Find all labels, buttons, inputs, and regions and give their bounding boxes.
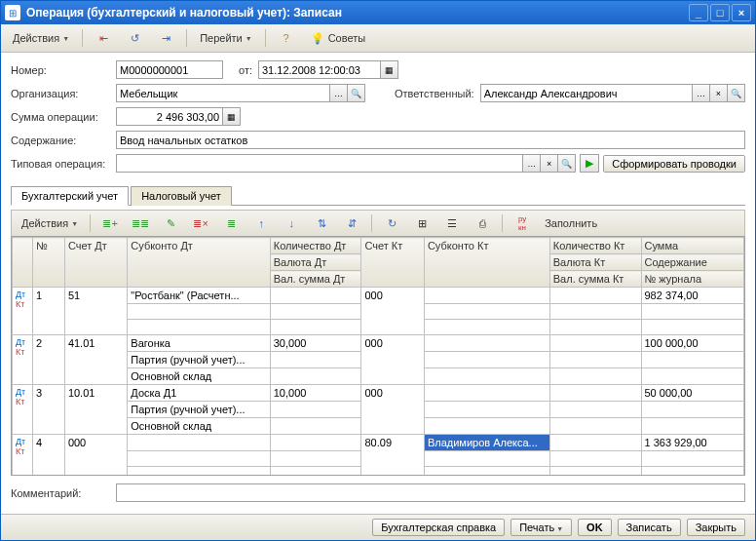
- sort-desc-icon[interactable]: ⇵: [338, 213, 365, 234]
- col-cur-kt[interactable]: Валюта Кт: [549, 254, 641, 271]
- resp-clear-icon[interactable]: ×: [710, 84, 728, 102]
- grid-filter-icon[interactable]: ☰: [438, 213, 466, 234]
- typeop-label: Типовая операция:: [11, 158, 116, 170]
- ref-button[interactable]: Бухгалтерская справка: [372, 519, 505, 536]
- col-acc-kt[interactable]: Счет Кт: [361, 238, 424, 288]
- table-row[interactable]: ДтКт 4 000 80.09 Владимиров Алекса... 1 …: [13, 435, 744, 451]
- play-icon[interactable]: ▶: [580, 154, 599, 173]
- table-row[interactable]: ДтКт 3 10.01 Доска Д1 10,000 000 50 000,…: [13, 385, 744, 402]
- titlebar: ⊞ Операция (бухгалтерский и налоговый уч…: [1, 1, 755, 24]
- org-label: Организация:: [11, 88, 116, 99]
- button-bar: Бухгалтерская справка Печать OK Записать…: [1, 514, 755, 540]
- ok-button[interactable]: OK: [578, 519, 612, 536]
- number-input[interactable]: [116, 60, 223, 79]
- resp-input[interactable]: [480, 84, 693, 102]
- grid-export-icon[interactable]: ⎙: [469, 213, 496, 234]
- delete-row-icon[interactable]: ≣×: [187, 213, 214, 234]
- nav-fwd-icon[interactable]: ⇥: [152, 27, 179, 49]
- move-up-icon[interactable]: ↑: [247, 213, 275, 234]
- col-n[interactable]: №: [33, 238, 65, 288]
- org-open-icon[interactable]: 🔍: [348, 84, 365, 102]
- refresh-icon[interactable]: ↺: [121, 27, 148, 49]
- col-acc-dt[interactable]: Счет Дт: [64, 238, 127, 288]
- col-vsum-dt[interactable]: Вал. сумма Дт: [270, 271, 361, 288]
- save-button[interactable]: Записать: [618, 519, 681, 536]
- org-input[interactable]: [116, 84, 330, 102]
- resp-open-icon[interactable]: 🔍: [728, 84, 745, 102]
- typeop-open-icon[interactable]: 🔍: [558, 154, 576, 173]
- grid-actions-menu[interactable]: Действия: [16, 214, 84, 232]
- form-entries-button[interactable]: Сформировать проводки: [603, 155, 745, 173]
- table-row[interactable]: ДтКт 2 41.01 Вагонка 30,000 000 100 000,…: [13, 335, 744, 352]
- col-qty-kt[interactable]: Количество Кт: [549, 238, 641, 254]
- tab-accounting[interactable]: Бухгалтерский учет: [11, 186, 129, 206]
- sort-asc-icon[interactable]: ⇅: [308, 213, 335, 234]
- grid-settings-icon[interactable]: ⊞: [408, 213, 435, 234]
- move-down-icon[interactable]: ↓: [278, 213, 305, 234]
- col-sub-dt[interactable]: Субконто Дт: [128, 238, 270, 288]
- refresh-grid-icon[interactable]: ↻: [378, 213, 405, 234]
- grid[interactable]: № Счет Дт Субконто Дт Количество Дт Счет…: [11, 236, 745, 476]
- col-cur-dt[interactable]: Валюта Дт: [270, 254, 361, 271]
- typeop-clear-icon[interactable]: ×: [541, 154, 558, 173]
- fill-button[interactable]: Заполнить: [539, 214, 603, 232]
- resp-select-icon[interactable]: …: [693, 84, 710, 102]
- comment-label: Комментарий:: [11, 487, 116, 499]
- date-input[interactable]: [258, 60, 381, 79]
- tips-button[interactable]: 💡Советы: [304, 27, 371, 49]
- tab-tax[interactable]: Налоговый учет: [131, 186, 232, 206]
- typeop-input[interactable]: [116, 154, 523, 173]
- comment-input[interactable]: [116, 483, 745, 502]
- number-label: Номер:: [11, 64, 116, 76]
- content-label: Содержание:: [11, 135, 116, 146]
- row-marker: ДтКт: [13, 435, 33, 477]
- goto-menu[interactable]: Перейти: [194, 29, 258, 47]
- row-marker: ДтКт: [13, 288, 33, 335]
- row-marker: ДтКт: [13, 385, 33, 435]
- currency-icon[interactable]: рукн: [509, 213, 536, 234]
- close-form-button[interactable]: Закрыть: [687, 519, 745, 536]
- table-row[interactable]: ДтКт 1 51 "Ростбанк" (Расчетн... 000 982…: [13, 288, 744, 304]
- resp-label: Ответственный:: [395, 88, 474, 99]
- from-label: от:: [239, 64, 252, 76]
- col-vsum-kt[interactable]: Вал. сумма Кт: [549, 271, 641, 288]
- calc-icon[interactable]: ▦: [223, 107, 241, 126]
- sum-input[interactable]: [116, 107, 223, 126]
- row-marker: ДтКт: [13, 335, 33, 385]
- app-icon: ⊞: [5, 5, 20, 20]
- close-button[interactable]: ×: [732, 4, 751, 21]
- edit-row-icon[interactable]: ✎: [157, 213, 184, 234]
- copy-row-icon[interactable]: ≣≣: [127, 213, 154, 234]
- actions-menu[interactable]: Действия: [7, 29, 75, 47]
- col-journal[interactable]: № журнала: [641, 271, 744, 288]
- help-icon[interactable]: ?: [273, 27, 300, 49]
- col-sum[interactable]: Сумма: [641, 238, 744, 254]
- maximize-button[interactable]: □: [710, 4, 730, 21]
- typeop-select-icon[interactable]: …: [523, 154, 541, 173]
- main-toolbar: Действия ⇤ ↺ ⇥ Перейти ? 💡Советы: [1, 24, 755, 53]
- col-qty-dt[interactable]: Количество Дт: [270, 238, 361, 254]
- window-title: Операция (бухгалтерский и налоговый учет…: [26, 6, 689, 19]
- tabstrip: Бухгалтерский учет Налоговый учет: [11, 185, 745, 206]
- sort-icon[interactable]: ≣: [217, 213, 245, 234]
- calendar-icon[interactable]: ▦: [381, 60, 398, 79]
- col-content[interactable]: Содержание: [641, 254, 744, 271]
- minimize-button[interactable]: _: [689, 4, 708, 21]
- content-input[interactable]: [116, 131, 745, 149]
- nav-back-icon[interactable]: ⇤: [90, 27, 117, 49]
- sum-label: Сумма операции:: [11, 111, 116, 123]
- print-button[interactable]: Печать: [510, 519, 572, 536]
- col-sub-kt[interactable]: Субконто Кт: [424, 238, 549, 288]
- add-row-icon[interactable]: ≣+: [96, 213, 124, 234]
- org-select-icon[interactable]: …: [330, 84, 348, 102]
- grid-toolbar: Действия ≣+ ≣≣ ✎ ≣× ≣ ↑ ↓ ⇅ ⇵ ↻ ⊞ ☰ ⎙ ру…: [11, 210, 745, 236]
